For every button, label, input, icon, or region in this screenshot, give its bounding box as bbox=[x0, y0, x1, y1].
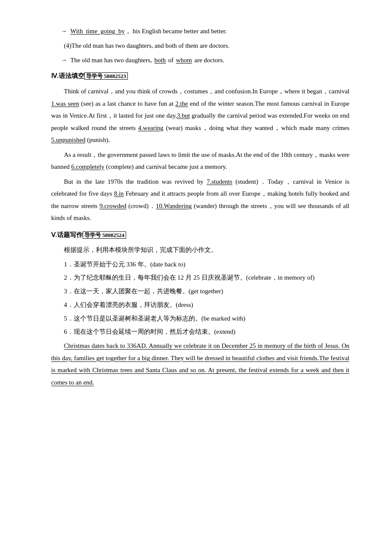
item-1-number: 1． bbox=[64, 261, 74, 268]
of-text: of bbox=[168, 57, 175, 64]
blank-both: both bbox=[153, 57, 167, 64]
blank-10: 10.Wandering bbox=[156, 202, 192, 209]
blank-1: 1.was seen bbox=[51, 100, 79, 107]
sentence-4-original: (4)The old man has two daughters, and bo… bbox=[51, 40, 349, 52]
list-item-2: 2．为了纪念耶稣的生日，每年我们会在 12 月 25 日庆祝圣诞节。(celeb… bbox=[51, 272, 349, 284]
section-v-title: Ⅴ.话题写作 bbox=[51, 231, 83, 238]
intro-section: → With time going by， his English became… bbox=[51, 26, 349, 66]
p1-text-f: (punish). bbox=[85, 136, 110, 143]
arrow-icon-1: → bbox=[61, 28, 67, 35]
p3-text-d: (crowd)． bbox=[126, 202, 156, 209]
item-2-number: 2． bbox=[64, 274, 74, 281]
item-1-text: 圣诞节开始于公元 336 年。(date back to) bbox=[74, 261, 185, 268]
blank-9: 9.crowded bbox=[99, 202, 126, 209]
blank-3: 3.but bbox=[177, 112, 190, 119]
blank-4: 4.wearing bbox=[138, 124, 164, 131]
sentence-4-text: (4)The old man has two daughters, and bo… bbox=[64, 42, 230, 49]
blank-8: 8.in bbox=[114, 190, 124, 197]
item-5-number: 5． bbox=[64, 315, 74, 322]
arrow-icon-2: → bbox=[61, 57, 67, 64]
blank-5: 5.unpunished bbox=[51, 136, 85, 143]
guide-label-iv: 导学号 bbox=[86, 73, 103, 79]
section-iv-title: Ⅳ.语法填空 bbox=[51, 72, 84, 79]
comma-space: ， bbox=[125, 28, 131, 35]
guide-number-iv: 导学号 58082523 bbox=[84, 72, 128, 80]
old-man-text: The old man has two daughters, bbox=[70, 57, 153, 64]
blank-7: 7.students bbox=[207, 178, 232, 185]
list-item-6: 6．现在这个节日会延续一周的时间，然后才会结束。(extend) bbox=[51, 326, 349, 338]
item-5-text: 这个节日是以圣诞树和圣诞老人等为标志的。(be marked with) bbox=[74, 315, 245, 322]
item-2-text: 为了纪念耶稣的生日，每年我们会在 12 月 25 日庆祝圣诞节。(celebra… bbox=[74, 274, 315, 281]
sentence-arrow-2: → The old man has two daughters, both of… bbox=[51, 55, 349, 66]
section-iv: Ⅳ.语法填空导学号 58082523 Think of carnival，and… bbox=[51, 70, 349, 224]
are-doctors-text: are doctors. bbox=[194, 57, 224, 64]
list-item-1: 1．圣诞节开始于公元 336 年。(date back to) bbox=[51, 259, 349, 271]
list-item-4: 4．人们会穿着漂亮的衣服，拜访朋友。(dress) bbox=[51, 299, 349, 311]
underlined-phrase-1: With time going by bbox=[70, 28, 125, 35]
item-3-text: 在这一天，家人团聚在一起，共进晚餐。(get together) bbox=[74, 288, 223, 295]
guide-num-iv-value: 58082523 bbox=[104, 73, 126, 79]
rest-of-sentence-1: his English became better and better. bbox=[133, 28, 227, 35]
guide-label-v: 导学号 bbox=[84, 232, 101, 238]
section-v: Ⅴ.话题写作导学号 58082524 根据提示，利用本模块所学知识，完成下面的小… bbox=[51, 229, 349, 388]
guide-num-v-value: 58082524 bbox=[102, 232, 124, 238]
sentence-arrow-1: → With time going by， his English became… bbox=[51, 26, 349, 38]
with-time-going-text: With time going by， bbox=[70, 28, 133, 35]
section-iv-header: Ⅳ.语法填空导学号 58082523 bbox=[51, 70, 349, 82]
section-v-intro-text: 根据提示，利用本模块所学知识，完成下面的小作文。 bbox=[64, 246, 217, 253]
blank-whom: whom bbox=[175, 57, 193, 64]
p1-text-e: (wear) masks，doing what they wanted，whic… bbox=[164, 124, 349, 131]
item-4-number: 4． bbox=[64, 301, 74, 308]
blank-6: 6.completely bbox=[71, 163, 104, 170]
list-item-3: 3．在这一天，家人团聚在一起，共进晚餐。(get together) bbox=[51, 286, 349, 298]
p1-text-b: (see) as a last chance to have fun at bbox=[79, 100, 176, 107]
list-item-5: 5．这个节日是以圣诞树和圣诞老人等为标志的。(be marked with) bbox=[51, 313, 349, 325]
item-4-text: 人们会穿着漂亮的衣服，拜访朋友。(dress) bbox=[74, 301, 193, 308]
paragraph-1: Think of carnival，and you think of crowd… bbox=[51, 85, 349, 146]
paragraph-2: As a result，the government passed laws t… bbox=[51, 149, 349, 173]
item-6-number: 6． bbox=[64, 328, 74, 335]
essay-text-content: Christmas dates back to 336AD. Annually … bbox=[51, 342, 349, 386]
section-v-header: Ⅴ.话题写作导学号 58082524 bbox=[51, 229, 349, 241]
p3-text-1: But in the late 1970s the tradition was … bbox=[64, 178, 207, 185]
paragraph-3: But in the late 1970s the tradition was … bbox=[51, 176, 349, 224]
item-3-number: 3． bbox=[64, 288, 74, 295]
essay-paragraph: Christmas dates back to 336AD. Annually … bbox=[51, 340, 349, 388]
guide-number-v: 导学号 58082524 bbox=[83, 231, 126, 239]
item-6-text: 现在这个节日会延续一周的时间，然后才会结束。(extend) bbox=[74, 328, 236, 335]
p2-text-b: (complete) and carnival became just a me… bbox=[104, 163, 227, 170]
p1-text-1: Think of carnival，and you think of crowd… bbox=[64, 88, 349, 95]
section-v-intro: 根据提示，利用本模块所学知识，完成下面的小作文。 bbox=[51, 244, 349, 256]
blank-2: 2.the bbox=[176, 100, 188, 107]
